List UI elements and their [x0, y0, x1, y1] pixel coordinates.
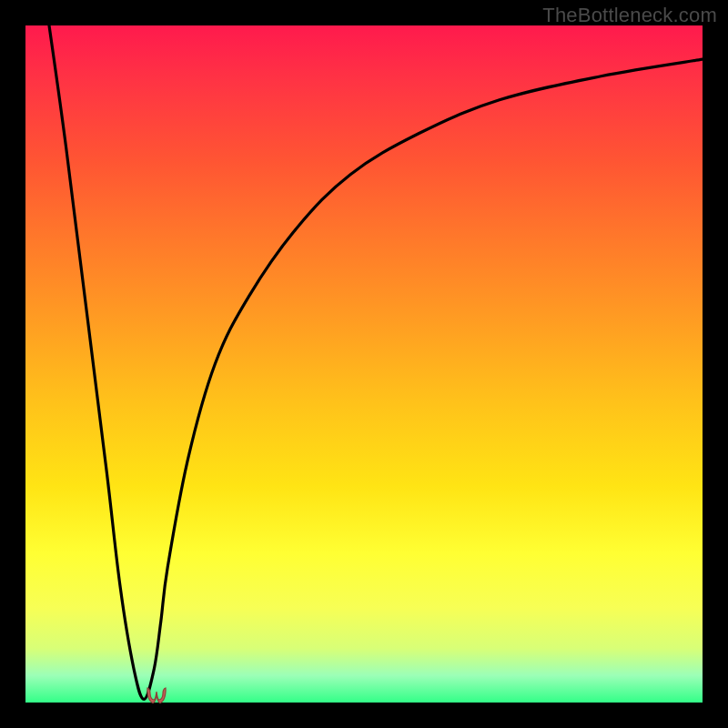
u-shape-icon [147, 688, 166, 703]
plot-area [25, 25, 703, 703]
curve-layer [25, 25, 703, 703]
bottleneck-curve [49, 25, 703, 699]
minimum-marker [145, 686, 168, 706]
chart-frame: TheBottleneck.com [0, 0, 728, 728]
watermark-text: TheBottleneck.com [542, 4, 717, 27]
